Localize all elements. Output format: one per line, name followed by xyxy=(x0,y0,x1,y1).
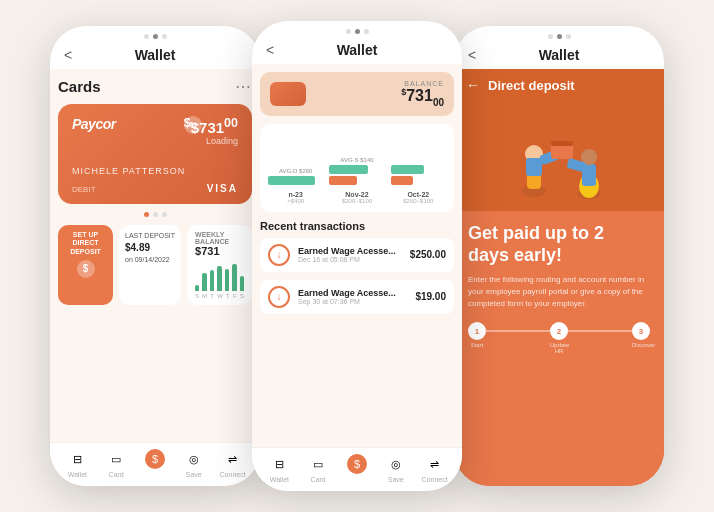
recent-tx-title: Recent transactions xyxy=(260,220,454,232)
nav-wallet-label-c: Wallet xyxy=(270,476,289,483)
tx-arrow-icon-2: ↓ xyxy=(268,286,290,308)
loading-text: Loading xyxy=(184,136,238,146)
phone-center: < Wallet BALANCE $73100 AVG-D $260 xyxy=(252,21,462,491)
step-spacer-2 xyxy=(568,342,632,354)
notch-dot xyxy=(364,29,369,34)
chart-group-1: AVG-D $260 xyxy=(268,168,323,187)
nav-save-c[interactable]: ◎ Save xyxy=(376,454,415,483)
bar-w xyxy=(217,266,221,292)
chart-x-label-1: n-23 >$400 xyxy=(268,191,323,204)
tx-amount-2: $19.00 xyxy=(415,291,446,302)
transaction-item-2[interactable]: ↓ Earned Wage Acesse... Sep 30 at 07:36 … xyxy=(260,280,454,314)
chart-group-3 xyxy=(391,163,446,187)
step-label-2: Update HR xyxy=(550,342,568,354)
bar-m xyxy=(202,273,206,291)
promo-title: Get paid up to 2 days early! xyxy=(468,223,650,266)
bar-orange-2 xyxy=(329,176,357,185)
pay-icon: $ xyxy=(347,454,367,474)
steps-row: 1 2 3 xyxy=(468,322,650,340)
notch-dot xyxy=(548,34,553,39)
bar-f xyxy=(232,264,236,291)
carousel-dot-3[interactable] xyxy=(162,212,167,217)
balance-card: BALANCE $73100 xyxy=(260,72,454,116)
bar-t xyxy=(210,270,214,291)
bar-sa xyxy=(240,276,244,291)
bottom-nav-left: ⊟ Wallet ▭ Card $ ◎ Save ⇌ Connect xyxy=(50,442,260,486)
chart-month-3: Oct-22 xyxy=(391,191,446,198)
notch-dot xyxy=(162,34,167,39)
day-m: M xyxy=(202,293,207,299)
direct-deposit-box[interactable]: SET UP DIRECT DEPOSIT $ xyxy=(58,225,113,305)
weekly-balance-box: WEEKLY BALANCE $731 S M T xyxy=(187,225,252,305)
day-w: W xyxy=(217,293,223,299)
card-holder-name: MICHELE PATTERSON xyxy=(72,166,185,176)
chart-month-2: Nov-22 xyxy=(329,191,384,198)
carousel-dot-2[interactable] xyxy=(153,212,158,217)
back-button[interactable]: < xyxy=(468,47,476,63)
notch-dot xyxy=(346,29,351,34)
step-labels: Start Update HR Discover xyxy=(468,342,650,354)
tx-details-2: Earned Wage Acesse... Sep 30 at 07:36 PM xyxy=(298,288,407,305)
promo-content: Get paid up to 2 days early! Enter the f… xyxy=(454,211,664,486)
step-1-circle: 1 xyxy=(468,322,486,340)
chart-x-labels: n-23 >$400 Nov-22 $200~$100 Oct-22 $200~… xyxy=(268,191,446,204)
nav-connect-c[interactable]: ⇌ Connect xyxy=(415,454,454,483)
wallet-icon: ⊟ xyxy=(269,454,289,474)
chart-range-2: $200~$100 xyxy=(329,198,384,204)
notch-center xyxy=(252,21,462,38)
back-button[interactable]: < xyxy=(64,47,72,63)
nav-pay-c[interactable]: $ xyxy=(338,454,377,483)
chart-range-3: $200~$100 xyxy=(391,198,446,204)
bar-teal-3 xyxy=(391,165,424,174)
day-sa: S xyxy=(240,293,244,299)
nav-save-label: Save xyxy=(186,471,202,478)
dollar-icon: $ xyxy=(77,260,95,278)
day-th: T xyxy=(226,293,230,299)
connect-icon: ⇌ xyxy=(223,449,243,469)
nav-card[interactable]: ▭ Card xyxy=(97,449,136,478)
bottom-nav-center: ⊟ Wallet ▭ Card $ ◎ Save ⇌ Connect xyxy=(252,447,462,491)
phone-header-center: < Wallet xyxy=(252,38,462,64)
nav-connect[interactable]: ⇌ Connect xyxy=(213,449,252,478)
notch-left xyxy=(50,26,260,43)
card-balance: $$73100 Loading xyxy=(184,116,238,146)
nav-wallet-c[interactable]: ⊟ Wallet xyxy=(260,454,299,483)
phone-header-left: < Wallet xyxy=(50,43,260,69)
tx-name-1: Earned Wage Acesse... xyxy=(298,246,402,256)
nav-wallet-label: Wallet xyxy=(68,471,87,478)
step-label-3: Discover xyxy=(632,342,650,354)
dd-illustration xyxy=(489,106,629,206)
cards-title-row: Cards ⋯ xyxy=(58,77,252,96)
more-options-icon[interactable]: ⋯ xyxy=(235,77,252,96)
chart-range-1: >$400 xyxy=(268,198,323,204)
bottom-section: SET UP DIRECT DEPOSIT $ LAST DEPOSIT $4.… xyxy=(58,225,252,305)
card-carousel-dots xyxy=(58,212,252,217)
transaction-item-1[interactable]: ↓ Earned Wage Acesse... Dec 16 at 05:08 … xyxy=(260,238,454,272)
tx-amount-1: $250.00 xyxy=(410,249,446,260)
direct-deposit-label: SET UP DIRECT DEPOSIT xyxy=(64,231,107,256)
page-title: Wallet xyxy=(539,47,580,63)
nav-wallet[interactable]: ⊟ Wallet xyxy=(58,449,97,478)
day-s: S xyxy=(195,293,199,299)
bar-s xyxy=(195,285,199,291)
phone-body-center: BALANCE $73100 AVG-D $260 AVG-S $14 xyxy=(252,64,462,447)
bar-chart xyxy=(195,261,244,291)
step-spacer-1 xyxy=(486,342,550,354)
nav-card-c[interactable]: ▭ Card xyxy=(299,454,338,483)
nav-save[interactable]: ◎ Save xyxy=(174,449,213,478)
carousel-dot-1[interactable] xyxy=(144,212,149,217)
chart-bars: AVG-D $260 AVG-S $140 xyxy=(268,132,446,187)
card-type-indicator: DEBIT xyxy=(72,185,96,194)
back-button[interactable]: < xyxy=(266,42,274,58)
nav-pay[interactable]: $ xyxy=(136,449,175,478)
weekly-balance-label: WEEKLY BALANCE xyxy=(195,231,244,245)
connect-icon: ⇌ xyxy=(425,454,445,474)
phone-body-left: Cards ⋯ Paycor ↻ $$73100 Loading MICHELE… xyxy=(50,69,260,442)
dd-back-arrow[interactable]: ← xyxy=(466,77,480,93)
last-deposit-label: LAST DEPOSIT xyxy=(125,231,175,241)
nav-connect-label-c: Connect xyxy=(422,476,448,483)
notch-dot xyxy=(557,34,562,39)
card-network: VISA xyxy=(207,183,238,194)
phone-right: < Wallet ← Direct deposit xyxy=(454,26,664,486)
credit-card: Paycor ↻ $$73100 Loading MICHELE PATTERS… xyxy=(58,104,252,204)
